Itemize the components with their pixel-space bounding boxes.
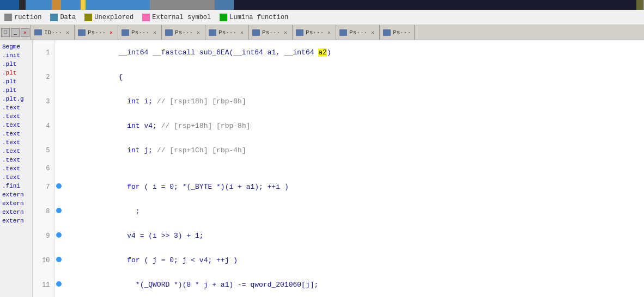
- breakpoint-dot-9: [56, 232, 62, 238]
- sidebar-item-plt4[interactable]: .plt: [0, 86, 32, 95]
- line-num-2: 2: [33, 65, 54, 89]
- sidebar-item-plt3[interactable]: .plt: [0, 77, 32, 86]
- legend-lumina-label: Lumina function: [229, 14, 288, 21]
- seg-end: [636, 0, 643, 10]
- lumina-color: [220, 14, 227, 21]
- table-row: 10 for ( j = 0; j < v4; ++j ): [33, 248, 644, 273]
- line-num-7: 7: [33, 175, 54, 199]
- sidebar-item-text9[interactable]: .text: [0, 173, 32, 182]
- tab-bar: □ ⎯ ✕ ID··· ✕ Ps··· ✕ Ps··· ✕ Ps··· ✕ Ps…: [0, 25, 644, 40]
- table-row: 6: [33, 163, 644, 175]
- sidebar-item-text7[interactable]: .text: [0, 156, 32, 164]
- tab-ps2-close[interactable]: ✕: [151, 29, 158, 36]
- line-num-8: 8: [33, 199, 54, 224]
- tab-ps1-icon: [78, 29, 86, 36]
- breakpoint-2: [54, 65, 63, 89]
- tab-ps2-icon: [121, 29, 129, 36]
- breakpoint-4: [54, 114, 63, 138]
- sidebar-item-text3[interactable]: .text: [0, 121, 32, 129]
- tab-ps4[interactable]: Ps··· ✕: [205, 25, 249, 40]
- seg7: [86, 0, 118, 10]
- sidebar-item-text1[interactable]: .text: [0, 103, 32, 112]
- line-num-3: 3: [33, 89, 54, 114]
- sidebar-item-extern3[interactable]: extern: [0, 208, 32, 216]
- sidebar-item-text2[interactable]: .text: [0, 112, 32, 121]
- legend-external-label: External symbol: [152, 14, 211, 21]
- breakpoint-11: [54, 273, 63, 297]
- seg9: [131, 0, 150, 10]
- sidebar-item-segme[interactable]: Segme: [0, 42, 32, 51]
- table-row: 1 __int64 __fastcall sub_6EA(__int64 a1,…: [33, 40, 644, 65]
- breakpoint-dot-8: [56, 208, 62, 213]
- line-num-6: 6: [33, 163, 54, 175]
- tab-ps6[interactable]: Ps··· ✕: [293, 25, 336, 40]
- code-line-1: __int64 __fastcall sub_6EA(__int64 a1, _…: [63, 40, 644, 65]
- tab-ps3-close[interactable]: ✕: [195, 29, 202, 36]
- seg8: [118, 0, 131, 10]
- breakpoint-9: [54, 224, 63, 248]
- tab-id[interactable]: ID··· ✕: [31, 25, 75, 40]
- sidebar-item-plt1[interactable]: .plt: [0, 60, 32, 69]
- sidebar-item-extern1[interactable]: extern: [0, 190, 32, 199]
- tab-ps8[interactable]: Ps···: [380, 25, 415, 40]
- line-num-1: 1: [33, 40, 54, 65]
- tab-ps3-label: Ps···: [175, 29, 193, 36]
- sidebar-item-fini[interactable]: .fini: [0, 182, 32, 190]
- code-line-9: v4 = (i >> 3) + 1;: [63, 224, 644, 248]
- sidebar-item-text6[interactable]: .text: [0, 147, 32, 156]
- tab-minimize-btn[interactable]: ⎯: [11, 28, 20, 37]
- tab-ps8-label: Ps···: [393, 29, 411, 36]
- sidebar-item-text4[interactable]: .text: [0, 129, 32, 138]
- seg4: [52, 0, 62, 10]
- breakpoint-dot-10: [56, 257, 62, 262]
- tab-ps6-icon: [296, 29, 303, 36]
- breakpoint-3: [54, 89, 63, 114]
- tab-id-close[interactable]: ✕: [64, 29, 71, 36]
- seg5: [61, 0, 80, 10]
- sidebar-item-text5[interactable]: .text: [0, 138, 32, 147]
- table-row: 9 v4 = (i >> 3) + 1;: [33, 224, 644, 248]
- sidebar-item-text8[interactable]: .text: [0, 164, 32, 173]
- breakpoint-dot-11: [56, 281, 62, 287]
- tab-ps1[interactable]: Ps··· ✕: [75, 25, 118, 40]
- sidebar-item-pltg[interactable]: .plt.g: [0, 95, 32, 103]
- breakpoint-6: [54, 163, 63, 175]
- external-color: [142, 14, 150, 21]
- table-row: 5 int j; // [rsp+1Ch] [rbp-4h]: [33, 138, 644, 163]
- code-line-2: {: [63, 65, 644, 89]
- code-line-4: int v4; // [rsp+18h] [rbp-8h]: [63, 114, 644, 138]
- tab-ps4-icon: [209, 29, 216, 36]
- minimap-bar: [0, 0, 644, 10]
- legend-unexplored: Unexplored: [84, 14, 133, 21]
- tab-restore-btn[interactable]: □: [1, 28, 10, 37]
- line-num-5: 5: [33, 138, 54, 163]
- code-line-5: int j; // [rsp+1Ch] [rbp-4h]: [63, 138, 644, 163]
- line-num-4: 4: [33, 114, 54, 138]
- tab-ps6-label: Ps···: [306, 29, 324, 36]
- tab-ps7[interactable]: Ps··· ✕: [336, 25, 380, 40]
- breakpoint-7: [54, 175, 63, 199]
- tab-ps6-close[interactable]: ✕: [326, 29, 332, 36]
- tab-ps5-close[interactable]: ✕: [282, 29, 289, 36]
- tab-close-btn[interactable]: ✕: [21, 28, 29, 37]
- sidebar-item-extern2[interactable]: extern: [0, 199, 32, 208]
- tab-ps1-close[interactable]: ✕: [108, 29, 114, 36]
- sidebar-item-init[interactable]: .init: [0, 51, 32, 60]
- tab-ps2-label: Ps···: [131, 29, 149, 36]
- tab-ps2[interactable]: Ps··· ✕: [118, 25, 162, 40]
- tab-ps4-close[interactable]: ✕: [239, 29, 245, 36]
- code-area[interactable]: 1 __int64 __fastcall sub_6EA(__int64 a1,…: [33, 40, 644, 297]
- tab-ps1-label: Ps···: [88, 29, 106, 36]
- seg6: [81, 0, 86, 10]
- legend-unexplored-label: Unexplored: [94, 14, 133, 21]
- tab-ps4-label: Ps···: [218, 29, 236, 36]
- tab-ps7-close[interactable]: ✕: [369, 29, 376, 36]
- tab-ps5-label: Ps···: [262, 29, 280, 36]
- sidebar-item-extern4[interactable]: extern: [0, 216, 32, 225]
- tab-ps5[interactable]: Ps··· ✕: [249, 25, 293, 40]
- seg1: [0, 0, 19, 10]
- sidebar-item-plt2[interactable]: .plt: [0, 69, 32, 77]
- legend-data: Data: [50, 14, 76, 21]
- tab-ps7-label: Ps···: [349, 29, 367, 36]
- tab-ps3[interactable]: Ps··· ✕: [162, 25, 205, 40]
